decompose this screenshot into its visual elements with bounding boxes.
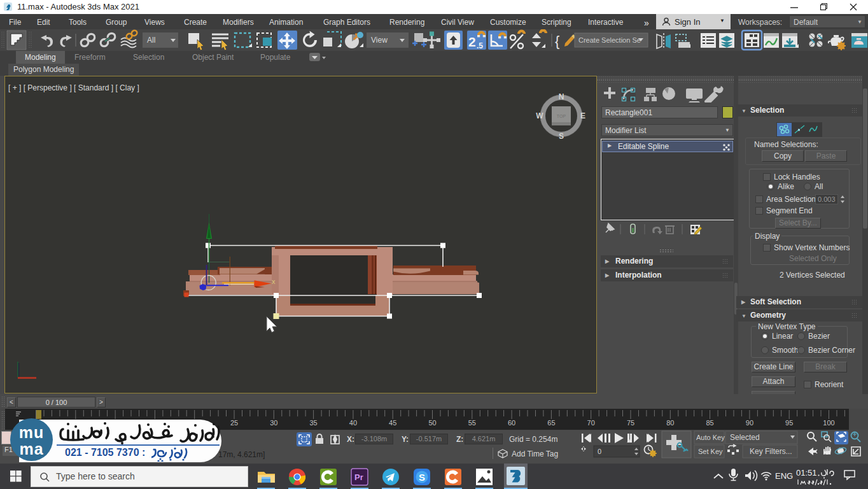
svg-text:All: All (147, 36, 155, 45)
svg-text:35: 35 (309, 419, 317, 427)
svg-text:70: 70 (587, 419, 595, 427)
svg-text:W: W (536, 111, 543, 120)
svg-text:.5: .5 (477, 41, 483, 50)
svg-text:View: View (371, 36, 388, 45)
svg-text:100: 100 (823, 419, 834, 427)
svg-text:50: 50 (428, 419, 436, 427)
svg-text:01:51: 01:51 (796, 468, 817, 478)
svg-text:75: 75 (627, 419, 634, 427)
svg-text:Auto Key: Auto Key (696, 434, 725, 441)
svg-text:Key Filters...: Key Filters... (750, 447, 792, 456)
svg-text:95: 95 (785, 419, 793, 427)
svg-text:Selected: Selected (730, 433, 760, 442)
svg-text:N: N (559, 92, 564, 101)
svg-text:S: S (559, 132, 564, 141)
svg-text:S: S (419, 472, 425, 483)
svg-text:65: 65 (547, 419, 555, 427)
svg-text:80: 80 (666, 419, 674, 427)
svg-text:40: 40 (349, 419, 357, 427)
svg-text:55: 55 (468, 419, 476, 427)
svg-text:85: 85 (706, 419, 713, 427)
svg-text:0: 0 (598, 448, 601, 455)
svg-text:45: 45 (389, 419, 396, 427)
svg-text:E: E (580, 111, 585, 120)
svg-text:x: x (272, 278, 276, 285)
svg-text:Create Selection Se: Create Selection Se (578, 36, 641, 44)
svg-text:Pr: Pr (354, 472, 363, 482)
svg-text:TOP: TOP (557, 114, 566, 118)
svg-text:2: 2 (468, 34, 476, 49)
svg-text:60: 60 (508, 419, 515, 427)
svg-text:90: 90 (746, 419, 753, 427)
svg-text:30: 30 (270, 419, 277, 427)
svg-text:ENG: ENG (775, 471, 793, 481)
svg-text:25: 25 (230, 419, 238, 427)
svg-text:Set Key: Set Key (698, 448, 723, 455)
svg-text:{: { (555, 33, 559, 49)
